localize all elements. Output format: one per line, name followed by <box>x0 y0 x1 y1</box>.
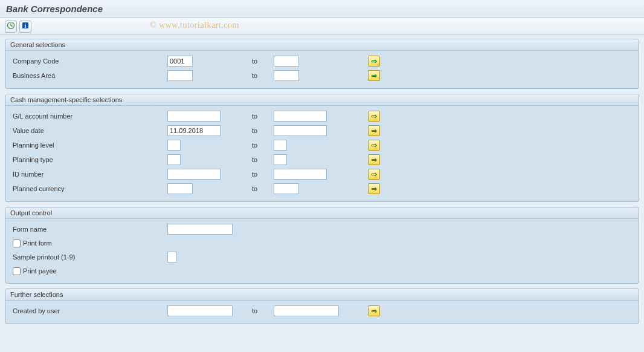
arrow-right-icon: ⇨ <box>372 307 377 315</box>
info-icon: i <box>21 21 30 31</box>
multi-select-planning-type[interactable]: ⇨ <box>368 154 380 165</box>
group-header-general: General selections <box>5 39 639 51</box>
label-to: to <box>252 142 274 149</box>
arrow-right-icon: ⇨ <box>372 72 377 80</box>
multi-select-value-date[interactable]: ⇨ <box>368 125 380 136</box>
multi-select-id-number[interactable]: ⇨ <box>368 169 380 180</box>
input-business-area-from[interactable] <box>167 70 193 81</box>
group-header-further: Further selections <box>5 289 639 301</box>
input-form-name[interactable] <box>167 224 233 235</box>
input-value-date-to[interactable] <box>274 125 327 136</box>
label-company-code: Company Code <box>10 57 167 65</box>
label-planning-level: Planning level <box>10 142 167 149</box>
checkbox-print-form-label[interactable]: Print form <box>10 240 52 247</box>
arrow-right-icon: ⇨ <box>372 127 377 135</box>
group-output-control: Output control Form name Print form Samp… <box>5 207 639 284</box>
label-form-name: Form name <box>10 226 167 233</box>
arrow-right-icon: ⇨ <box>372 185 377 193</box>
input-value-date-from[interactable] <box>167 125 221 136</box>
label-print-form: Print form <box>23 240 52 247</box>
multi-select-planning-level[interactable]: ⇨ <box>368 140 380 151</box>
input-sample-printout[interactable] <box>167 252 177 262</box>
label-gl-account: G/L account number <box>10 112 167 120</box>
checkbox-print-payee-label[interactable]: Print payee <box>10 267 57 275</box>
arrow-right-icon: ⇨ <box>372 112 377 120</box>
input-created-by-to[interactable] <box>274 305 339 316</box>
checkbox-print-form[interactable] <box>13 240 21 247</box>
label-to: to <box>252 171 274 178</box>
multi-select-company-code[interactable]: ⇨ <box>368 56 380 67</box>
group-header-cash: Cash management-specific selections <box>5 94 639 106</box>
label-id-number: ID number <box>10 171 167 178</box>
label-to: to <box>252 112 274 120</box>
input-planning-type-to[interactable] <box>274 154 287 165</box>
label-to: to <box>252 127 274 134</box>
label-value-date: Value date <box>10 127 167 134</box>
main-area: General selections Company Code to ⇨ Bus… <box>0 35 644 352</box>
input-id-number-from[interactable] <box>167 169 221 180</box>
input-company-code-from[interactable] <box>167 56 193 67</box>
input-planning-level-from[interactable] <box>167 140 181 151</box>
multi-select-created-by[interactable]: ⇨ <box>368 305 380 316</box>
arrow-right-icon: ⇨ <box>372 171 377 178</box>
toolbar: i <box>0 18 644 35</box>
input-gl-account-to[interactable] <box>274 111 327 122</box>
group-header-output: Output control <box>5 207 639 219</box>
checkbox-print-payee[interactable] <box>13 267 21 275</box>
group-general-selections: General selections Company Code to ⇨ Bus… <box>5 39 639 89</box>
group-cash-mgmt: Cash management-specific selections G/L … <box>5 94 639 202</box>
execute-clock-icon <box>7 21 15 31</box>
multi-select-gl-account[interactable]: ⇨ <box>368 111 380 122</box>
label-to: to <box>252 72 274 79</box>
input-created-by-from[interactable] <box>167 305 233 316</box>
arrow-right-icon: ⇨ <box>372 57 377 65</box>
input-planned-currency-from[interactable] <box>167 183 193 194</box>
label-sample-printout: Sample printout (1-9) <box>10 253 167 261</box>
svg-text:i: i <box>25 22 27 29</box>
input-planning-level-to[interactable] <box>274 140 287 151</box>
execute-button[interactable] <box>5 21 17 33</box>
label-business-area: Business Area <box>10 72 167 79</box>
input-company-code-to[interactable] <box>274 56 299 67</box>
label-to: to <box>252 307 274 315</box>
label-print-payee: Print payee <box>23 267 57 275</box>
page-title: Bank Correspondence <box>0 0 644 18</box>
multi-select-business-area[interactable]: ⇨ <box>368 70 380 81</box>
multi-select-planned-currency[interactable]: ⇨ <box>368 183 380 194</box>
label-to: to <box>252 185 274 192</box>
info-button[interactable]: i <box>19 21 31 33</box>
input-business-area-to[interactable] <box>274 70 299 81</box>
label-planning-type: Planning type <box>10 156 167 163</box>
label-to: to <box>252 57 274 65</box>
input-planning-type-from[interactable] <box>167 154 181 165</box>
label-to: to <box>252 156 274 163</box>
input-id-number-to[interactable] <box>274 169 327 180</box>
input-planned-currency-to[interactable] <box>274 183 299 194</box>
input-gl-account-from[interactable] <box>167 111 221 122</box>
group-further-selections: Further selections Created by user to ⇨ <box>5 288 639 324</box>
arrow-right-icon: ⇨ <box>372 156 377 164</box>
label-created-by: Created by user <box>10 307 167 315</box>
arrow-right-icon: ⇨ <box>372 142 377 149</box>
label-planned-currency: Planned currency <box>10 185 167 192</box>
